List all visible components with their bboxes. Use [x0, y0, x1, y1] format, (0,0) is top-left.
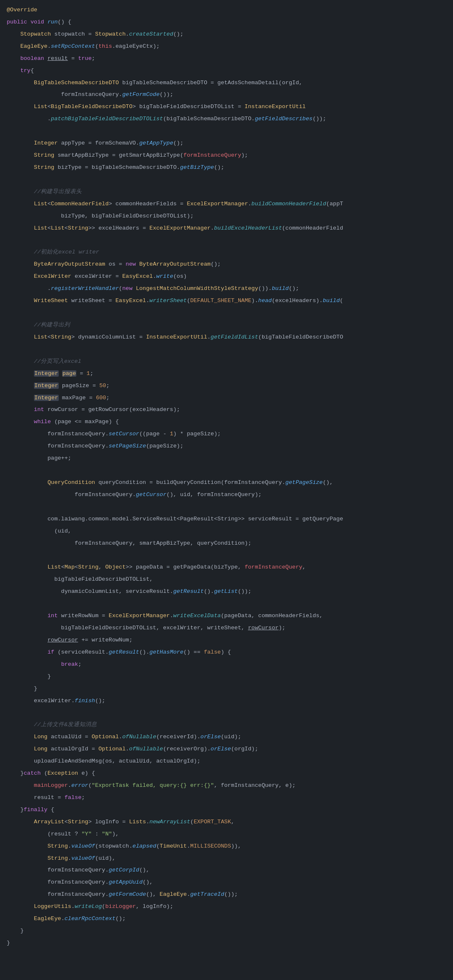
- line-service-result: com.laiwang.common.model.ServiceResult<P…: [0, 513, 453, 525]
- line-empty8: [0, 549, 453, 561]
- line-eagleeye-clear: EagleEye.clearRpcContext();: [0, 913, 453, 925]
- line-uid: (uid,: [0, 525, 453, 538]
- line-common-header2: bizType, bigTableFieldDescribeDTOList);: [0, 210, 453, 222]
- line-write-sheet: WriteSheet writeSheet = EasyExcel.writer…: [0, 295, 453, 307]
- line-close-finally: }: [0, 925, 453, 937]
- line-set-cursor: formInstanceQuery.setCursor((page - 1) *…: [0, 428, 453, 440]
- line-comment-upload: //上传文件&发通知消息: [0, 719, 453, 731]
- line-empty6: [0, 465, 453, 477]
- line-page-data3: dynamicColumnList, serviceResult.getResu…: [0, 586, 453, 598]
- line-main-logger: mainLogger.error("ExportTask failed, que…: [0, 780, 453, 792]
- line-excel-writer: ExcelWriter excelWriter = EasyExcel.writ…: [0, 271, 453, 283]
- line-smartapp: String smartAppBizType = getSmartAppBizT…: [0, 150, 453, 162]
- line-logger-write: LoggerUtils.writeLog(bizLogger, logInfo)…: [0, 901, 453, 913]
- line-eagleeye-set: EagleEye.setRpcContext(this.eagleEyeCtx)…: [0, 41, 453, 53]
- line-bigtable2: formInstanceQuery.getFormCode());: [0, 89, 453, 101]
- line-if-hasmore: if (serviceResult.getResult().getHasMore…: [0, 646, 453, 659]
- line-empty10: [0, 707, 453, 719]
- line-comment-page: //分页写入excel: [0, 356, 453, 368]
- line-get-formcode: formInstanceQuery.getFormCode(), EagleEy…: [0, 889, 453, 901]
- line-close-if: }: [0, 671, 453, 683]
- line-baos: ByteArrayOutputStream os = new ByteArray…: [0, 259, 453, 271]
- line-annotation: @Override: [0, 4, 453, 16]
- line-close-while: }: [0, 683, 453, 695]
- line-result-false: result = false;: [0, 792, 453, 804]
- line-empty5: [0, 344, 453, 356]
- line-write-row: int writeRowNum = ExcelExportManager.wri…: [0, 610, 453, 622]
- line-query-cond: QueryCondition queryCondition = buildQue…: [0, 477, 453, 489]
- line-empty2: [0, 174, 453, 186]
- line-get-corpid: formInstanceQuery.getCorpId(),: [0, 864, 453, 877]
- line-common-header1: List<CommonHeaderField> commonHeaderFiel…: [0, 198, 453, 210]
- line-boolean: boolean result = true;: [0, 53, 453, 65]
- line-catch: }catch (Exception e) {: [0, 768, 453, 780]
- line-finally: }finally {: [0, 804, 453, 816]
- line-break: break;: [0, 659, 453, 671]
- line-actual-uid: Long actualUid = Optional.ofNullable(rec…: [0, 731, 453, 743]
- line-method-sig: public void run() {: [0, 16, 453, 28]
- line-empty9: [0, 598, 453, 610]
- line-string-uid: String.valueOf(uid),: [0, 853, 453, 865]
- line-arraylist: ArrayList<String> logInfo = Lists.newArr…: [0, 816, 453, 828]
- line-page: Integer page = 1;: [0, 368, 453, 380]
- line-while: while (page <= maxPage) {: [0, 416, 453, 428]
- line-query-cond2: formInstanceQuery.getCursor(), uid, form…: [0, 489, 453, 501]
- line-form-query: formInstanceQuery, smartAppBizType, quer…: [0, 538, 453, 550]
- line-list-bigtable: List<BigTableFieldDescribeDTO> bigTableF…: [0, 101, 453, 113]
- line-apptype: Integer appType = formSchemaVO.getAppTyp…: [0, 137, 453, 150]
- line-result-yn: (result ? "Y" : "N"),: [0, 828, 453, 840]
- line-pagesize: Integer pageSize = 50;: [0, 380, 453, 392]
- line-excel-finish: excelWriter.finish();: [0, 695, 453, 707]
- line-stopwatch: Stopwatch stopwatch = Stopwatch.createSt…: [0, 28, 453, 41]
- line-page-data2: bigTableFieldDescribeDTOList,: [0, 574, 453, 586]
- line-maxpage: Integer maxPage = 600;: [0, 392, 453, 404]
- line-empty3: [0, 235, 453, 247]
- line-page-data1: List<Map<String, Object>> pageData = get…: [0, 561, 453, 574]
- line-close-method: }: [0, 937, 453, 949]
- line-actual-orgid: Long actualOrgId = Optional.ofNullable(r…: [0, 743, 453, 755]
- line-row-cursor-incr: rowCursor += writeRowNum;: [0, 634, 453, 646]
- line-empty1: [0, 125, 453, 137]
- line-register-handler: .registerWriteHandler(new LongestMatchCo…: [0, 283, 453, 295]
- code-container: @Override public void run() { Stopwatch …: [0, 4, 453, 949]
- line-dynamic-col: List<String> dynamicColumnList = Instanc…: [0, 331, 453, 344]
- line-get-appuuid: formInstanceQuery.getAppUuid(),: [0, 877, 453, 889]
- line-page-incr: page++;: [0, 453, 453, 465]
- line-set-pagesize: formInstanceQuery.setPageSize(pageSize);: [0, 440, 453, 453]
- line-excel-headers: List<List<String>> excelHeaders = ExcelE…: [0, 222, 453, 235]
- line-comment-col: //构建导出列: [0, 319, 453, 331]
- line-comment-excel: //初始化excel writer: [0, 246, 453, 259]
- line-rowcursor: int rowCursor = getRowCursor(excelHeader…: [0, 404, 453, 416]
- line-upload: uploadFileAndSendMsg(os, actualUid, actu…: [0, 755, 453, 768]
- line-patch: .patchBigTableFieldDescribeDTOList(bigTa…: [0, 113, 453, 125]
- line-empty4: [0, 307, 453, 319]
- line-bigtable1: BigTableSchemaDescribeDTO bigTableSchema…: [0, 77, 453, 89]
- line-empty7: [0, 501, 453, 513]
- line-write-row2: bigTableFieldDescribeDTOList, excelWrite…: [0, 622, 453, 634]
- line-biztype: String bizType = bigTableSchemaDescribeD…: [0, 162, 453, 174]
- line-comment-header: //构建导出报表头: [0, 186, 453, 198]
- line-stopwatch-elapsed: String.valueOf(stopwatch.elapsed(TimeUni…: [0, 840, 453, 853]
- line-try: try{: [0, 65, 453, 77]
